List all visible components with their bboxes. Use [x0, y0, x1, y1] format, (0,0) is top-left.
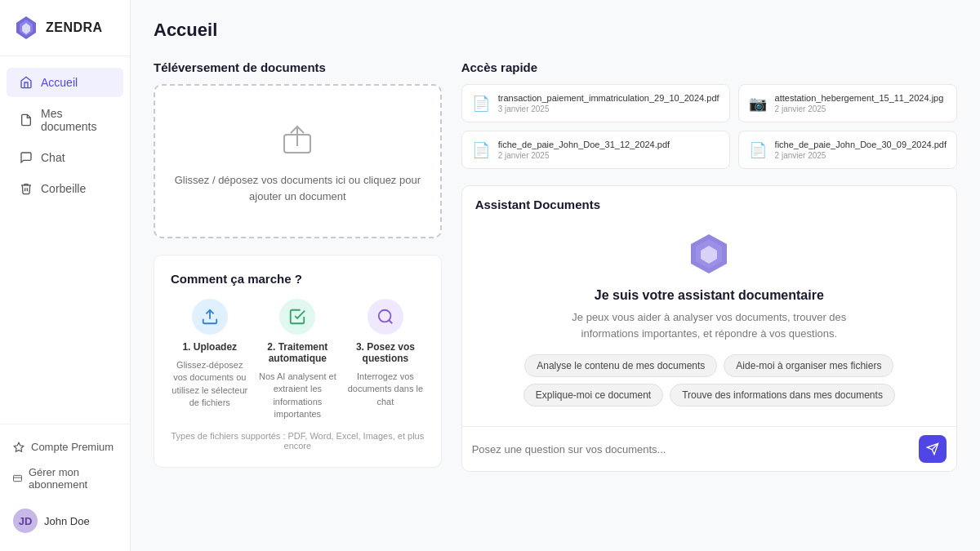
quick-item-0-date: 3 janvier 2025	[498, 104, 719, 113]
sidebar: ZENDRA Accueil Mes documents Chat Corbei…	[0, 0, 131, 551]
step-2-icon	[279, 299, 315, 335]
step-2-label: 2. Traitement automatique	[259, 341, 337, 364]
step-2-desc: Nos AI analysent et extraient les inform…	[259, 371, 337, 421]
page-title: Accueil	[154, 20, 957, 41]
how-section: Comment ça marche ? 1. Uploadez Glissez-…	[154, 255, 442, 468]
quick-item-2[interactable]: 📄 fiche_de_paie_John_Doe_31_12_2024.pdf …	[461, 131, 730, 169]
assistant-section-title: Assistant Documents	[462, 186, 956, 211]
left-column: Téléversement de documents Glissez / dép…	[154, 60, 442, 468]
right-column: Accès rapide 📄 transaction_paiement_imma…	[461, 60, 957, 472]
main-content: Accueil Téléversement de documents	[131, 0, 980, 551]
sidebar-item-corbeille[interactable]: Corbeille	[7, 174, 123, 203]
logo-icon	[13, 15, 39, 41]
step-1-label: 1. Uploadez	[182, 341, 237, 353]
assistant-subtext: Je peux vous aider à analyser vos docume…	[554, 309, 864, 341]
svg-line-10	[389, 320, 392, 323]
gerer-abonnement-label: Gérer mon abonnement	[29, 466, 117, 491]
user-row: JD John Doe	[7, 500, 123, 541]
send-icon	[926, 442, 939, 455]
step-1: 1. Uploadez Glissez-déposez vos document…	[171, 299, 249, 421]
sidebar-item-mes-documents[interactable]: Mes documents	[7, 99, 123, 141]
jpg-icon-1: 📷	[749, 95, 767, 113]
step-1-desc: Glissez-déposez vos documents ou utilise…	[171, 359, 249, 410]
compte-premium-label: Compte Premium	[31, 441, 114, 453]
quick-item-3[interactable]: 📄 fiche_de_paie_John_Doe_30_09_2024.pdf …	[738, 131, 957, 169]
assistant-section: Assistant Documents Je suis votre assist…	[461, 185, 957, 472]
pdf-icon-3: 📄	[749, 141, 767, 159]
assistant-heading: Je suis votre assistant documentaire	[595, 288, 824, 303]
upload-icon	[278, 118, 317, 161]
chip-1[interactable]: Aide-moi à organiser mes fichiers	[724, 354, 893, 377]
sidebar-item-accueil-label: Accueil	[41, 76, 78, 89]
chat-icon	[20, 151, 33, 164]
upload-section-title: Téléversement de documents	[154, 60, 442, 74]
assistant-logo-icon	[686, 231, 732, 277]
send-button[interactable]	[919, 435, 947, 463]
sidebar-item-corbeille-label: Corbeille	[41, 182, 86, 195]
home-icon	[20, 76, 33, 89]
upload-drop-text: Glissez / déposez vos documents ici ou c…	[172, 172, 424, 204]
quick-item-3-info: fiche_de_paie_John_Doe_30_09_2024.pdf 2 …	[775, 140, 947, 160]
compte-premium-item[interactable]: Compte Premium	[7, 434, 123, 460]
quick-access-title: Accès rapide	[461, 60, 957, 74]
svg-point-9	[379, 310, 391, 322]
step-1-icon	[192, 299, 228, 335]
sidebar-item-mes-documents-label: Mes documents	[41, 107, 110, 133]
step-3-desc: Interrogez vos documents dans le chat	[346, 371, 425, 408]
sidebar-bottom: Compte Premium Gérer mon abonnement JD J…	[0, 424, 130, 551]
sidebar-item-chat-label: Chat	[41, 151, 65, 164]
assistant-input[interactable]	[472, 443, 912, 455]
step-3-label: 3. Posez vos questions	[346, 341, 425, 364]
pdf-icon-2: 📄	[472, 141, 490, 159]
quick-item-1-info: attestation_hebergement_15_11_2024.jpg 2…	[775, 93, 944, 113]
credit-card-icon	[13, 473, 22, 484]
pdf-icon-0: 📄	[472, 95, 490, 113]
app-name: ZENDRA	[46, 20, 103, 35]
quick-access-grid: 📄 transaction_paiement_immatriculation_2…	[461, 84, 957, 169]
star-icon	[13, 442, 24, 453]
quick-item-2-name: fiche_de_paie_John_Doe_31_12_2024.pdf	[498, 140, 670, 149]
svg-marker-3	[14, 442, 24, 451]
upload-section: Téléversement de documents Glissez / dép…	[154, 60, 442, 238]
trash-icon	[20, 182, 33, 195]
user-name: John Doe	[44, 515, 90, 527]
supported-text: Types de fichiers supportés : PDF, Word,…	[171, 431, 425, 451]
chip-0[interactable]: Analyse le contenu de mes documents	[524, 354, 717, 377]
step-3: 3. Posez vos questions Interrogez vos do…	[346, 299, 425, 421]
quick-item-0-name: transaction_paiement_immatriculation_29_…	[498, 93, 719, 103]
chip-2[interactable]: Explique-moi ce document	[523, 384, 663, 407]
quick-item-2-date: 2 janvier 2025	[498, 151, 670, 160]
chip-3[interactable]: Trouve des informations dans mes documen…	[670, 384, 895, 407]
sidebar-item-chat[interactable]: Chat	[7, 143, 123, 172]
step-2: 2. Traitement automatique Nos AI analyse…	[259, 299, 337, 421]
avatar: JD	[13, 509, 38, 533]
sidebar-nav: Accueil Mes documents Chat Corbeille	[0, 56, 130, 424]
quick-item-1-date: 2 janvier 2025	[775, 104, 944, 113]
sidebar-item-accueil[interactable]: Accueil	[7, 68, 123, 97]
logo-area: ZENDRA	[0, 0, 130, 56]
quick-item-3-date: 2 janvier 2025	[775, 151, 947, 160]
gerer-abonnement-item[interactable]: Gérer mon abonnement	[7, 460, 123, 497]
assistant-body: Je suis votre assistant documentaire Je …	[462, 211, 956, 426]
step-3-icon	[368, 299, 403, 335]
document-icon	[20, 113, 33, 127]
quick-item-0[interactable]: 📄 transaction_paiement_immatriculation_2…	[461, 84, 730, 122]
assistant-input-row	[462, 426, 956, 471]
how-title: Comment ça marche ?	[171, 272, 425, 286]
assistant-chips: Analyse le contenu de mes documents Aide…	[479, 354, 940, 407]
quick-item-2-info: fiche_de_paie_John_Doe_31_12_2024.pdf 2 …	[498, 140, 670, 160]
svg-rect-4	[13, 475, 21, 481]
quick-item-3-name: fiche_de_paie_John_Doe_30_09_2024.pdf	[775, 140, 947, 149]
quick-item-1-name: attestation_hebergement_15_11_2024.jpg	[775, 93, 944, 103]
upload-drop-zone[interactable]: Glissez / déposez vos documents ici ou c…	[154, 84, 442, 238]
quick-item-1[interactable]: 📷 attestation_hebergement_15_11_2024.jpg…	[738, 84, 957, 122]
quick-item-0-info: transaction_paiement_immatriculation_29_…	[498, 93, 719, 113]
quick-access-section: Accès rapide 📄 transaction_paiement_imma…	[461, 60, 957, 169]
steps-list: 1. Uploadez Glissez-déposez vos document…	[171, 299, 425, 421]
